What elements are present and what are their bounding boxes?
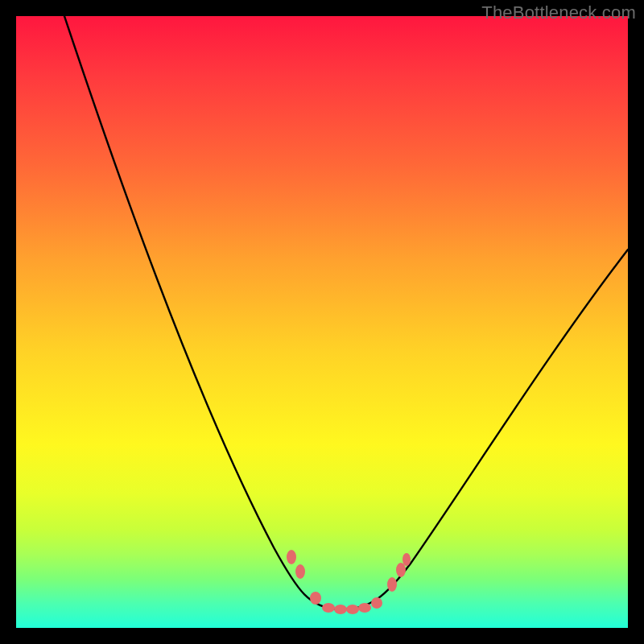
marker-dot [287, 550, 296, 564]
marker-dot [402, 553, 411, 566]
chart-plot-area [16, 16, 628, 628]
bottleneck-curve-path [64, 16, 628, 609]
marker-dot [396, 563, 406, 577]
bottleneck-curve-svg [16, 16, 628, 628]
watermark-text: TheBottleneck.com [481, 2, 636, 23]
marker-dot [346, 605, 359, 614]
marker-dot [358, 603, 371, 613]
marker-dot [371, 597, 382, 609]
marker-dot [322, 603, 335, 613]
marker-dot [334, 605, 347, 614]
marker-dot [310, 592, 321, 605]
marker-dot [295, 564, 305, 579]
marker-dot [387, 577, 397, 592]
curve-markers [287, 550, 411, 614]
